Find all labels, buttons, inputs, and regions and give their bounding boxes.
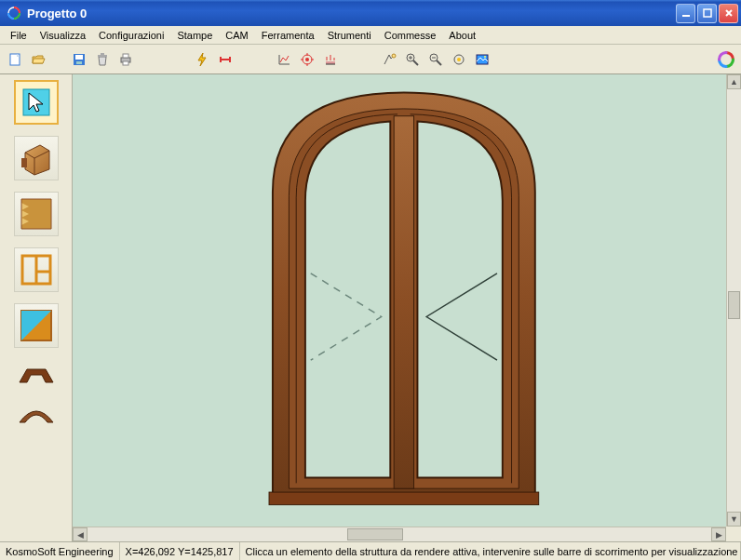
scroll-v-thumb[interactable] (728, 291, 740, 319)
sidebar-tool-material[interactable] (14, 303, 59, 348)
hmeasure-button[interactable] (214, 48, 236, 71)
svg-rect-28 (394, 116, 413, 488)
vertical-scrollbar[interactable]: ▲ ▼ (726, 74, 741, 527)
svg-point-19 (457, 58, 461, 61)
window-title: Progetto 0 (25, 7, 676, 20)
svg-rect-6 (76, 61, 82, 64)
titlebar: Progetto 0 (0, 0, 741, 26)
horizontal-scrollbar[interactable]: ◀ ▶ (73, 527, 726, 541)
svg-rect-27 (269, 492, 539, 505)
sidebar-tool-layout[interactable] (14, 247, 59, 292)
sidebar-tool-arch[interactable] (14, 359, 59, 389)
zoom-fit-icon (451, 52, 466, 67)
align-icon (323, 52, 338, 67)
lamp-icon (382, 52, 397, 67)
svg-rect-5 (75, 55, 83, 60)
photo-button[interactable] (471, 48, 493, 71)
new-doc-button[interactable] (4, 48, 26, 71)
arch-segment-icon (16, 362, 57, 386)
canvas-area: ▲ ▼ ◀ ▶ (73, 74, 741, 541)
scroll-down-arrow[interactable]: ▼ (727, 512, 741, 527)
menu-ferramenta[interactable]: Ferramenta (255, 28, 321, 43)
save-icon (72, 52, 87, 67)
zoom-out-button[interactable] (424, 48, 447, 71)
status-coords: X=426,092 Y=1425,817 (120, 542, 240, 560)
material-icon (18, 307, 55, 344)
status-hint: Clicca un elemento della struttura da re… (240, 542, 741, 560)
wood-block-icon (18, 140, 55, 177)
close-button[interactable] (719, 4, 738, 23)
app-logo-icon (717, 50, 735, 69)
svg-point-21 (484, 56, 486, 58)
toolbar (0, 45, 741, 74)
scroll-up-arrow[interactable]: ▲ (727, 74, 741, 89)
minimize-button[interactable] (676, 4, 695, 23)
hmeasure-icon (218, 52, 233, 67)
app-logo-button[interactable] (715, 48, 737, 71)
zoom-in-button[interactable] (401, 48, 424, 71)
menu-commesse[interactable]: Commesse (378, 28, 443, 43)
svg-rect-10 (123, 54, 128, 58)
menu-stampe[interactable]: Stampe (170, 28, 219, 43)
window-drawing (73, 74, 726, 527)
sidebar-tool-select[interactable] (14, 80, 59, 125)
align-button[interactable] (319, 48, 342, 71)
menu-cam[interactable]: CAM (219, 28, 254, 43)
scroll-right-arrow[interactable]: ▶ (711, 527, 726, 541)
flash-button[interactable] (191, 48, 213, 71)
svg-rect-11 (123, 61, 128, 65)
statusbar: KosmoSoft Engineering X=426,092 Y=1425,8… (0, 541, 741, 560)
menu-visualizza[interactable]: Visualizza (34, 28, 92, 43)
cursor-icon (20, 87, 52, 118)
delete-button[interactable] (91, 48, 114, 71)
window-layout-icon (18, 251, 55, 288)
print-button[interactable] (115, 48, 137, 71)
zoom-in-icon (405, 52, 420, 67)
graph-icon (276, 52, 291, 67)
photo-icon (475, 52, 490, 67)
scroll-left-arrow[interactable]: ◀ (73, 527, 88, 541)
maximize-button[interactable] (697, 4, 717, 23)
sidebar-tool-curve[interactable] (14, 400, 59, 430)
save-button[interactable] (68, 48, 90, 71)
lamp-button[interactable] (378, 48, 400, 71)
print-icon (118, 52, 133, 67)
menu-file[interactable]: File (4, 28, 34, 43)
flash-icon (195, 52, 209, 67)
open-folder-icon (31, 52, 46, 67)
scroll-h-thumb[interactable] (347, 528, 403, 540)
window-buttons (676, 4, 738, 23)
trash-icon (95, 52, 110, 67)
app-icon (7, 6, 21, 20)
target-icon (300, 52, 315, 67)
sidebar (0, 74, 73, 541)
target-button[interactable] (296, 48, 318, 71)
menu-configurazioni[interactable]: Configurazioni (92, 28, 170, 43)
svg-rect-2 (704, 9, 711, 17)
sidebar-tool-zigzag[interactable] (14, 192, 59, 236)
status-vendor: KosmoSoft Engineering (0, 542, 120, 560)
zoom-fit-button[interactable] (448, 48, 470, 71)
zigzag-wood-icon (18, 195, 55, 233)
new-doc-icon (7, 52, 22, 67)
sidebar-tool-wood3d[interactable] (14, 136, 59, 180)
canvas[interactable] (73, 74, 726, 527)
open-button[interactable] (27, 48, 49, 71)
svg-rect-23 (21, 158, 27, 167)
svg-rect-7 (98, 55, 107, 57)
menu-strumenti[interactable]: Strumenti (321, 28, 378, 43)
svg-rect-8 (101, 53, 104, 55)
svg-rect-1 (682, 15, 690, 17)
graph-button[interactable] (273, 48, 295, 71)
menu-about[interactable]: About (442, 28, 482, 43)
svg-point-13 (305, 58, 309, 61)
curve-arch-icon (16, 404, 57, 426)
menubar: File Visualizza Configurazioni Stampe CA… (0, 26, 741, 45)
zoom-out-icon (428, 52, 443, 67)
svg-point-15 (392, 54, 396, 58)
